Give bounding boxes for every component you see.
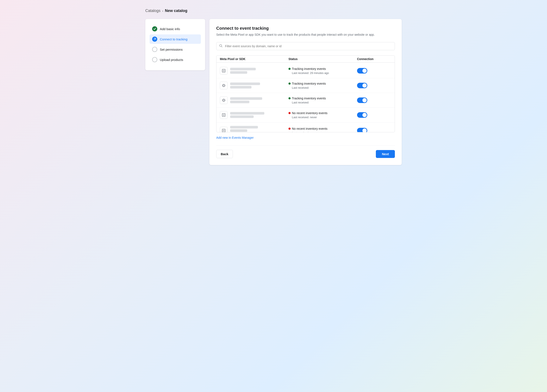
table-row: Tracking inventory events Last received:: [216, 78, 395, 93]
sidebar-label-connect-to-tracking: Connect to tracking: [160, 37, 187, 41]
blurred-name-3b: [230, 101, 249, 103]
status-text-5: No recent inventory events: [292, 127, 328, 130]
status-cell-3: Tracking inventory events Last received:: [288, 96, 357, 104]
pixel-name-2: [230, 83, 260, 89]
svg-rect-3: [222, 113, 225, 117]
toggle-2[interactable]: [357, 83, 367, 88]
blurred-name-4a: [230, 112, 264, 115]
sidebar-label-upload-products: Upload products: [160, 58, 183, 62]
next-button[interactable]: Next: [376, 150, 395, 158]
sidebar-label-set-permissions: Set permissions: [160, 48, 183, 51]
sidebar-item-upload-products[interactable]: Upload products: [150, 55, 201, 64]
table-row: Tracking inventory events Last received:: [216, 93, 395, 108]
pixel-cell-3: [220, 96, 288, 104]
status-text-2: Tracking inventory events: [292, 82, 326, 85]
toggle-slider-5: [357, 128, 367, 132]
connection-cell-4: [357, 112, 391, 118]
breadcrumb-current: New catalog: [165, 8, 187, 13]
status-dot-4: [288, 112, 291, 114]
page-container: Catalogs › New catalog Add basic info: [145, 8, 402, 165]
step-icon-inactive-2: [152, 57, 157, 62]
back-button[interactable]: Back: [216, 150, 233, 158]
connection-cell-3: [357, 97, 391, 103]
connection-cell-1: [357, 68, 391, 74]
last-received-4: Last received: never: [288, 116, 357, 119]
toggle-1[interactable]: [357, 68, 367, 74]
status-dot-2: [288, 83, 291, 85]
table-row: No recent inventory events Last received…: [216, 123, 395, 132]
sidebar-item-add-basic-info[interactable]: Add basic info: [150, 24, 201, 34]
pixel-name-4: [230, 112, 264, 118]
sidebar-item-set-permissions[interactable]: Set permissions: [150, 45, 201, 54]
main-content: Connect to event tracking Select the Met…: [209, 19, 402, 165]
status-cell-5: No recent inventory events Last received…: [288, 127, 357, 132]
status-dot-1: [288, 68, 291, 70]
footer-buttons: Back Next: [216, 145, 395, 158]
status-row-2: Tracking inventory events: [288, 82, 357, 85]
connection-cell-2: [357, 83, 391, 88]
last-received-2: Last received:: [288, 86, 357, 89]
add-new-events-link[interactable]: Add new in Events Manager: [216, 136, 254, 139]
step-icon-active: [152, 37, 157, 42]
pixel-icon-3: [220, 96, 228, 104]
pixel-cell-5: [220, 126, 288, 132]
last-received-1: Last received: 29 minutes ago: [288, 71, 357, 75]
status-text-4: No recent inventory events: [292, 111, 328, 115]
toggle-slider-4: [357, 112, 367, 118]
step-icon-inactive-1: [152, 47, 157, 52]
status-row-4: No recent inventory events: [288, 111, 357, 115]
table-header: Meta Pixel or SDK Status Connection: [216, 55, 395, 63]
last-received-5: Last received: never: [288, 131, 357, 132]
blurred-name-1b: [230, 71, 247, 74]
blurred-name-5b: [230, 129, 247, 132]
pixel-table: Meta Pixel or SDK Status Connection: [216, 55, 395, 132]
table-row: No recent inventory events Last received…: [216, 108, 395, 123]
breadcrumb-parent[interactable]: Catalogs: [145, 8, 160, 13]
status-row-3: Tracking inventory events: [288, 96, 357, 100]
status-dot-5: [288, 128, 291, 130]
content-subtitle: Select the Meta Pixel or app SDK you wan…: [216, 33, 395, 37]
breadcrumb: Catalogs › New catalog: [145, 8, 402, 13]
svg-rect-4: [222, 129, 225, 132]
sidebar-label-add-basic-info: Add basic info: [160, 27, 180, 31]
pixel-icon-2: [220, 82, 228, 89]
blurred-name-3a: [230, 97, 262, 100]
main-layout: Add basic info Connect to tracking Set p…: [145, 19, 402, 165]
pixel-icon-1: [220, 67, 228, 75]
status-dot-3: [288, 97, 291, 99]
blurred-name-4b: [230, 115, 254, 118]
toggle-slider-3: [357, 97, 367, 103]
status-row-5: No recent inventory events: [288, 127, 357, 130]
content-title: Connect to event tracking: [216, 26, 395, 31]
pixel-name-5: [230, 126, 258, 132]
status-cell-2: Tracking inventory events Last received:: [288, 82, 357, 89]
blurred-name-2a: [230, 83, 260, 85]
column-header-pixel: Meta Pixel or SDK: [220, 57, 288, 61]
table-row: Tracking inventory events Last received:…: [216, 63, 395, 78]
pixel-cell-2: [220, 82, 288, 89]
search-input[interactable]: [216, 42, 395, 50]
sidebar-item-connect-to-tracking[interactable]: Connect to tracking: [150, 34, 201, 44]
status-cell-4: No recent inventory events Last received…: [288, 111, 357, 119]
sidebar: Add basic info Connect to tracking Set p…: [145, 19, 205, 70]
step-icon-completed: [152, 26, 157, 31]
blurred-name-2b: [230, 86, 252, 89]
toggle-3[interactable]: [357, 97, 367, 103]
last-received-3: Last received:: [288, 101, 357, 104]
pixel-name-1: [230, 68, 256, 74]
toggle-4[interactable]: [357, 112, 367, 118]
connection-cell-5: [357, 128, 391, 132]
blurred-name-5a: [230, 126, 258, 129]
pixel-icon-5: [220, 127, 228, 132]
status-text-3: Tracking inventory events: [292, 96, 326, 100]
column-header-connection: Connection: [357, 57, 391, 61]
breadcrumb-chevron: ›: [162, 9, 163, 13]
pixel-cell-1: [220, 67, 288, 75]
toggle-slider-2: [357, 83, 367, 88]
blurred-name-1a: [230, 68, 256, 70]
toggle-5[interactable]: [357, 128, 367, 132]
pixel-icon-4: [220, 111, 228, 119]
pixel-cell-4: [220, 111, 288, 119]
pixel-name-3: [230, 97, 262, 103]
search-container: [216, 42, 395, 50]
